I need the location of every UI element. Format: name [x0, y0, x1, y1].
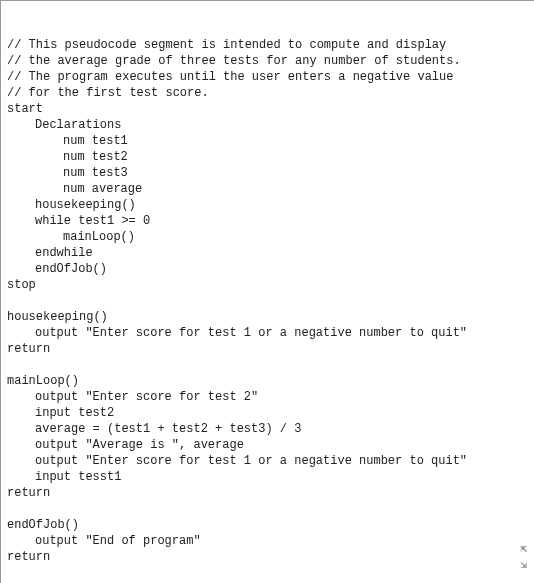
code-line: input tesst1 [7, 469, 526, 485]
code-line [7, 293, 526, 309]
code-line: average = (test1 + test2 + test3) / 3 [7, 421, 526, 437]
code-document: // This pseudocode segment is intended t… [0, 0, 534, 583]
code-line: num test1 [7, 133, 526, 149]
collapse-icon-glyph-top: ⇱ [520, 542, 528, 555]
collapse-icon-glyph-bottom: ⇲ [520, 558, 528, 571]
code-block: // This pseudocode segment is intended t… [7, 37, 526, 565]
code-line: mainLoop() [7, 229, 526, 245]
code-line: output "End of program" [7, 533, 526, 549]
code-line: return [7, 341, 526, 357]
code-line: // The program executes until the user e… [7, 69, 526, 85]
code-line: endwhile [7, 245, 526, 261]
code-line: output "Average is ", average [7, 437, 526, 453]
code-line: input test2 [7, 405, 526, 421]
code-line: stop [7, 277, 526, 293]
code-line: num test2 [7, 149, 526, 165]
code-line: num test3 [7, 165, 526, 181]
collapse-icon[interactable]: ⇱ ⇲ [490, 537, 528, 577]
code-line: start [7, 101, 526, 117]
code-line: endOfJob() [7, 517, 526, 533]
code-line: // This pseudocode segment is intended t… [7, 37, 526, 53]
code-line: while test1 >= 0 [7, 213, 526, 229]
code-line: mainLoop() [7, 373, 526, 389]
code-line: output "Enter score for test 2" [7, 389, 526, 405]
code-line: output "Enter score for test 1 or a nega… [7, 453, 526, 469]
code-line: num average [7, 181, 526, 197]
code-line: return [7, 549, 526, 565]
code-line: housekeeping() [7, 197, 526, 213]
code-line [7, 357, 526, 373]
code-line: // the average grade of three tests for … [7, 53, 526, 69]
code-line: return [7, 485, 526, 501]
code-line: // for the first test score. [7, 85, 526, 101]
code-line: housekeeping() [7, 309, 526, 325]
code-line: output "Enter score for test 1 or a nega… [7, 325, 526, 341]
code-line: Declarations [7, 117, 526, 133]
code-line: endOfJob() [7, 261, 526, 277]
code-line [7, 501, 526, 517]
